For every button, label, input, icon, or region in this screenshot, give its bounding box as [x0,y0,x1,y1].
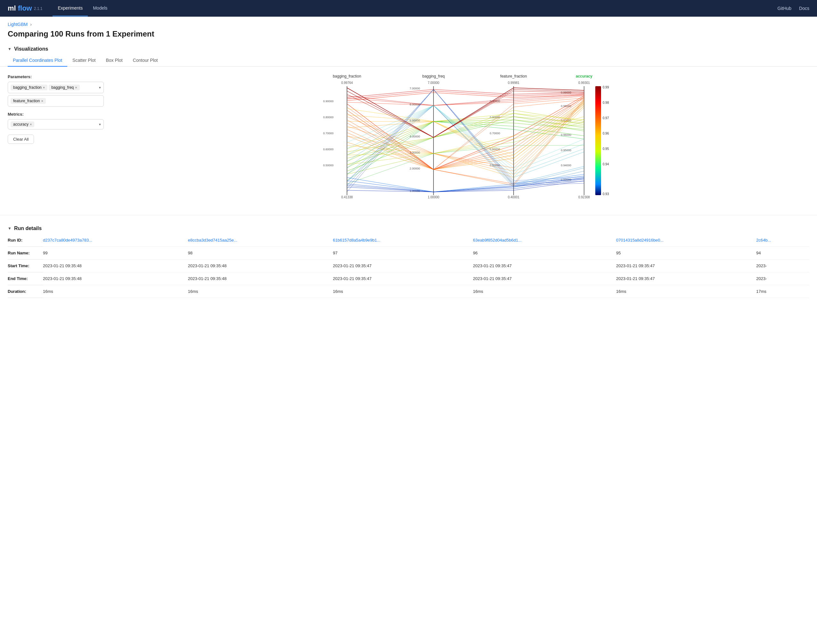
start-time-6: 2023- [756,259,809,272]
svg-text:0.96: 0.96 [602,132,609,135]
svg-text:0.99764: 0.99764 [341,81,353,84]
axis-label-bagging-fraction: bagging_fraction [333,74,362,78]
start-time-2: 2023-01-21 09:35:48 [188,259,333,272]
run-id-6[interactable]: 2c64b... [756,234,809,247]
clear-all-button[interactable]: Clear All [8,135,34,144]
svg-text:0.99301: 0.99301 [578,81,590,84]
start-time-5: 2023-01-21 09:35:47 [616,259,756,272]
svg-text:0.40001: 0.40001 [508,195,520,199]
svg-text:0.60000: 0.60000 [323,148,334,151]
duration-4: 16ms [473,285,616,298]
logo: mlflow 2.1.1 [8,4,42,12]
end-time-6: 2023- [756,272,809,285]
duration-6: 17ms [756,285,809,298]
axis-label-accuracy: accuracy [576,74,592,78]
tab-box-plot[interactable]: Box Plot [101,54,127,67]
table-row-run-id: Run ID: d237c7ca80de4973a783... e8ccba3d… [8,234,809,247]
run-id-2[interactable]: e8ccba3d3ed7415aa25e... [188,234,333,247]
svg-text:0.98: 0.98 [602,101,609,104]
tag-bagging-freq: bagging_freq × [49,84,80,90]
svg-text:0.95: 0.95 [602,147,609,150]
tab-parallel-coordinates[interactable]: Parallel Coordinates Plot [8,54,67,67]
viz-tabs: Parallel Coordinates Plot Scatter Plot B… [0,54,817,67]
run-details-title: Run details [14,225,41,232]
main-nav: Experiments Models [52,0,112,16]
visualizations-chevron: ▼ [8,47,12,51]
table-row-start-time: Start Time: 2023-01-21 09:35:48 2023-01-… [8,259,809,272]
start-time-header: Start Time: [8,259,43,272]
end-time-4: 2023-01-21 09:35:47 [473,272,616,285]
visualizations-section-title: Visualizations [14,46,48,52]
tag-feature-fraction: feature_fraction × [11,98,46,104]
end-time-5: 2023-01-21 09:35:47 [616,272,756,285]
tab-scatter-plot[interactable]: Scatter Plot [67,54,101,67]
run-id-1[interactable]: d237c7ca80de4973a783... [43,234,188,247]
start-time-4: 2023-01-21 09:35:47 [473,259,616,272]
breadcrumb-separator: › [30,22,32,27]
svg-text:0.95000: 0.95000 [561,149,571,152]
logo-version: 2.1.1 [34,6,43,11]
axis-label-bagging-freq: bagging_freq [422,74,445,78]
params-dropdown-chevron[interactable]: ▾ [99,86,101,90]
parallel-coordinates-chart: bagging_fraction bagging_freq feature_fr… [109,72,809,206]
run-id-5[interactable]: 07014315a8d24916be0... [616,234,756,247]
run-name-2: 98 [188,247,333,259]
duration-1: 16ms [43,285,188,298]
svg-text:0.94: 0.94 [602,163,609,166]
remove-bagging-freq[interactable]: × [75,86,77,89]
header-right: GitHub Docs [777,6,809,11]
svg-text:0.50000: 0.50000 [323,164,334,167]
svg-text:1.00000: 1.00000 [428,195,440,199]
run-name-4: 96 [473,247,616,259]
metrics-dropdown-chevron[interactable]: ▾ [99,123,101,127]
visualizations-section-header[interactable]: ▼ Visualizations [0,44,817,54]
params-tag-input[interactable]: bagging_fraction × bagging_freq × ▾ [8,82,104,93]
run-details-section: ▼ Run details Run ID: d237c7ca80de4973a7… [0,223,817,298]
duration-header: Duration: [8,285,43,298]
end-time-2: 2023-01-21 09:35:48 [188,272,333,285]
run-id-3[interactable]: 61b6157d8a5a4b9e9b1... [333,234,473,247]
svg-text:0.41338: 0.41338 [341,195,353,199]
params-tag-input-2[interactable]: feature_fraction × [8,95,104,107]
metrics-label: Metrics: [8,112,104,117]
run-name-1: 99 [43,247,188,259]
tab-contour-plot[interactable]: Contour Plot [128,54,163,67]
docs-link[interactable]: Docs [799,6,809,11]
remove-bagging-fraction[interactable]: × [43,86,45,89]
table-row-duration: Duration: 16ms 16ms 16ms 16ms 16ms 17ms [8,285,809,298]
remove-feature-fraction[interactable]: × [41,99,43,103]
metrics-section: Metrics: accuracy × ▾ [8,112,104,129]
metrics-select[interactable]: accuracy × ▾ [8,119,104,129]
start-time-1: 2023-01-21 09:35:48 [43,259,188,272]
section-divider [0,215,817,215]
run-name-header: Run Name: [8,247,43,259]
github-link[interactable]: GitHub [777,6,792,11]
remove-accuracy[interactable]: × [30,123,32,126]
nav-experiments[interactable]: Experiments [52,0,88,16]
run-details-header[interactable]: ▼ Run details [8,223,809,234]
svg-text:0.97: 0.97 [602,116,609,120]
nav-models[interactable]: Models [88,0,112,16]
svg-text:0.93: 0.93 [602,192,609,196]
svg-text:0.70000: 0.70000 [323,132,334,135]
svg-text:0.99981: 0.99981 [508,81,520,84]
run-id-4[interactable]: 63eab9f852d04ad5b6d1... [473,234,616,247]
run-details-chevron: ▼ [8,226,12,231]
breadcrumb: LightGBM › [0,17,817,28]
svg-text:2.00000: 2.00000 [409,167,420,170]
page-title: Comparing 100 Runs from 1 Experiment [0,28,817,44]
svg-text:0.90000: 0.90000 [323,100,334,103]
svg-text:4.00000: 4.00000 [409,135,420,138]
svg-text:0.80000: 0.80000 [323,116,334,119]
breadcrumb-lightgbm[interactable]: LightGBM [8,22,28,27]
run-id-header: Run ID: [8,234,43,247]
plot-container: Parameters: bagging_fraction × bagging_f… [0,67,817,212]
tag-accuracy: accuracy × [11,121,34,127]
start-time-3: 2023-01-21 09:35:47 [333,259,473,272]
svg-text:7.00000: 7.00000 [409,87,420,90]
main-header: mlflow 2.1.1 Experiments Models GitHub D… [0,0,817,17]
params-label: Parameters: [8,74,104,79]
logo-flow: flow [18,4,32,12]
run-name-3: 97 [333,247,473,259]
end-time-1: 2023-01-21 09:35:48 [43,272,188,285]
